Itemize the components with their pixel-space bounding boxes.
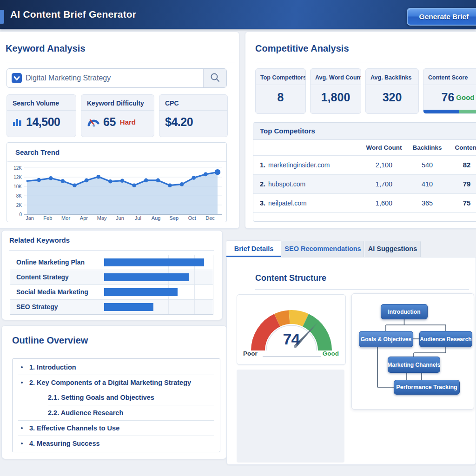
competitive-analysis-title: Competitive Analysis xyxy=(255,43,349,54)
word-count-value: 2,100 xyxy=(361,156,407,174)
score-bar-segment xyxy=(459,110,476,113)
keyword-search xyxy=(7,68,227,88)
divider xyxy=(255,289,469,290)
metric-value: 14,500 xyxy=(26,115,60,129)
app-title: AI Content Brief Generator xyxy=(10,0,136,29)
gauge-icon xyxy=(87,117,100,127)
outline-subitem: 2.2. Audience Research xyxy=(13,405,220,420)
svg-text:12K: 12K xyxy=(13,165,22,171)
divider xyxy=(6,62,235,62)
svg-text:Feb: Feb xyxy=(43,215,52,221)
content-score-bar xyxy=(423,110,476,113)
tab-ai-suggestions[interactable]: AI Suggestions xyxy=(365,241,421,257)
column-word-count: Word Count xyxy=(361,140,407,155)
outline-item: 1. Introduction xyxy=(13,360,220,375)
content-score-value: 82 xyxy=(448,156,476,174)
competitive-metric-cards: Top Competitors 8 Avg. Word Count 1,800 … xyxy=(255,68,476,114)
empty-content-panel xyxy=(237,370,344,463)
outline-item: 2. Key Components of a Digital Marketing… xyxy=(13,375,220,390)
word-count-value: 1,600 xyxy=(361,194,407,212)
content-structure-flowchart: Introduction Goals & Objectives Audience… xyxy=(351,293,474,410)
generate-brief-button[interactable]: Generate Brief xyxy=(407,8,476,26)
metric-value: 65 xyxy=(103,115,116,129)
svg-text:Sep: Sep xyxy=(170,215,179,221)
metric-label: Top Competitors xyxy=(256,69,305,85)
rank-label: 1. xyxy=(260,161,265,169)
bullet-icon xyxy=(21,382,23,383)
related-keywords-panel: Related Keywords Online Marketing Plan C… xyxy=(1,230,223,320)
svg-text:Apr: Apr xyxy=(80,215,88,221)
content-score-gauge-card: 74 Poor Good xyxy=(237,294,346,365)
tab-seo-recommendations[interactable]: SEO Recommendations xyxy=(282,241,364,257)
svg-text:Jun: Jun xyxy=(116,215,124,221)
metric-card-avg-backlinks: Avg. Backlinks 320 xyxy=(365,68,419,114)
keyword-row: SEO Strategy xyxy=(10,300,213,314)
metric-value: 320 xyxy=(383,91,402,104)
keyword-bar xyxy=(104,258,204,266)
svg-text:Jan: Jan xyxy=(26,215,34,221)
bullet-icon xyxy=(21,427,23,429)
keyword-badge-icon xyxy=(12,73,22,83)
metric-value: 8 xyxy=(278,91,284,104)
table-row: 1.marketinginsider.com 2,100 540 82 xyxy=(253,156,476,175)
app-header: AI Content Brief Generator Generate Brie… xyxy=(0,0,476,29)
svg-text:Dec: Dec xyxy=(205,215,215,221)
keyword-label: Social Media Marketing xyxy=(10,285,103,299)
svg-text:Oct: Oct xyxy=(188,215,196,221)
metric-card-avg-word-count: Avg. Word Count 1,800 xyxy=(310,68,361,114)
tab-brief-details[interactable]: Brief Details xyxy=(226,241,281,257)
competitor-domain-link[interactable]: marketinginsider.com xyxy=(268,161,330,169)
related-keywords-title: Related Keywords xyxy=(9,236,70,244)
backlinks-value: 410 xyxy=(407,175,448,193)
keyword-analysis-panel: Keyword Analysis Search Volume 14,500 xyxy=(0,32,239,229)
svg-text:Aug: Aug xyxy=(152,215,161,221)
search-button[interactable] xyxy=(203,69,226,87)
flow-node-introduction: Introduction xyxy=(381,304,428,319)
bullet-icon xyxy=(21,366,23,368)
metric-value: 1,800 xyxy=(321,91,350,104)
metric-value: $4.20 xyxy=(165,115,193,129)
outline-overview-title: Outline Overview xyxy=(12,335,88,346)
content-score-value: 79 xyxy=(448,175,476,193)
competitor-domain-link[interactable]: hubspot.com xyxy=(268,180,305,188)
outline-item: 3. Effective Channels to Use xyxy=(13,421,220,436)
flow-node-performance-tracking: Performance Tracking xyxy=(394,380,460,395)
difficulty-tag: Hard xyxy=(120,118,136,126)
metric-card-search-volume: Search Volume 14,500 xyxy=(7,94,76,137)
keyword-row: Online Marketing Plan xyxy=(10,255,213,270)
competitor-domain-link[interactable]: neilpatel.com xyxy=(268,199,307,207)
metric-label: Avg. Backlinks xyxy=(366,69,418,85)
bullet-icon xyxy=(21,443,23,444)
top-competitors-table: Top Competitors Word Count Backlinks Con… xyxy=(253,122,476,222)
keyword-bar xyxy=(104,288,178,296)
search-icon xyxy=(210,72,221,83)
word-count-value: 1,700 xyxy=(361,175,407,193)
metric-label: CPC xyxy=(159,95,227,111)
svg-text:8K: 8K xyxy=(16,193,22,198)
flow-node-goals-objectives: Goals & Objectives xyxy=(359,331,413,347)
svg-text:Jul: Jul xyxy=(135,215,141,221)
metric-card-keyword-difficulty: Keyword Difficulty 65 Hard xyxy=(81,94,154,137)
flow-node-audience-research: Audience Research xyxy=(419,331,472,347)
metric-label: Content Score xyxy=(423,69,476,85)
svg-text:10K: 10K xyxy=(13,184,22,189)
divider xyxy=(12,353,219,353)
divider xyxy=(255,62,476,62)
keyword-search-input[interactable] xyxy=(22,69,203,87)
score-tag: Good xyxy=(456,93,474,101)
keyword-row: Social Media Marketing xyxy=(10,285,213,300)
rank-label: 2. xyxy=(260,180,265,188)
keyword-metric-cards: Search Volume 14,500 Keyword Difficulty … xyxy=(7,94,228,137)
content-structure-title: Content Structure xyxy=(255,273,326,283)
metric-card-top-competitors: Top Competitors 8 xyxy=(255,68,306,114)
outline-subitem: 2.1. Setting Goals and Objectives xyxy=(13,390,220,405)
competitive-analysis-panel: Competitive Analysis Top Competitors 8 A… xyxy=(245,32,476,229)
gauge-min-label: Poor xyxy=(243,350,258,357)
keyword-label: Online Marketing Plan xyxy=(10,255,103,270)
metric-label: Avg. Word Count xyxy=(311,69,361,85)
top-competitors-title: Top Competitors xyxy=(253,123,476,140)
backlinks-value: 540 xyxy=(407,156,448,174)
flow-node-marketing-channels: Marketing Channels xyxy=(388,357,440,373)
table-row: 2.hubspot.com 1,700 410 79 xyxy=(253,175,476,194)
outline-list: 1. Introduction 2. Key Components of a D… xyxy=(12,358,220,452)
